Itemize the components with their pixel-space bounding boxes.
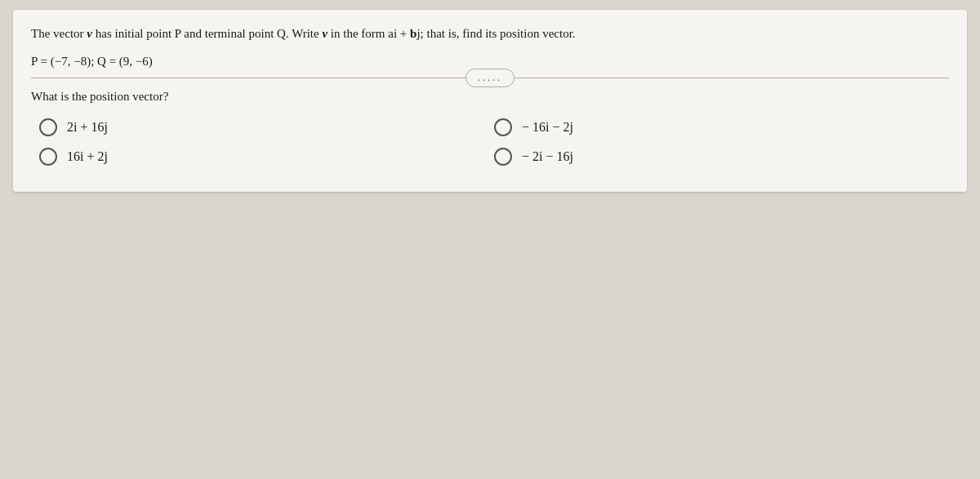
divider-line-left: [31, 78, 490, 78]
statement-text-1: The vector: [31, 27, 87, 40]
statement-text-2: has initial point P and terminal point Q…: [92, 27, 322, 40]
option-b-label: 16i + 2j: [67, 149, 108, 164]
radio-d[interactable]: [494, 148, 512, 166]
v-variable-1: v: [87, 27, 92, 40]
option-b[interactable]: 16i + 2j: [39, 148, 494, 166]
option-c-label: − 16i − 2j: [522, 120, 573, 135]
radio-a[interactable]: [39, 118, 57, 136]
options-grid: 2i + 16j 16i + 2j − 16i − 2j − 2i − 16j: [39, 118, 949, 177]
given-text: P = (−7, −8); Q = (9, −6): [31, 55, 153, 68]
dots-badge: .....: [466, 69, 514, 87]
option-a-label: 2i + 16j: [67, 120, 108, 135]
statement-text-3: in the form ai + bj; that is, find its p…: [327, 27, 575, 40]
problem-statement: The vector v has initial point P and ter…: [31, 24, 949, 43]
option-a[interactable]: 2i + 16j: [39, 118, 494, 136]
options-left-column: 2i + 16j 16i + 2j: [39, 118, 494, 177]
options-right-column: − 16i − 2j − 2i − 16j: [494, 118, 949, 177]
option-d-label: − 2i − 16j: [522, 149, 573, 164]
radio-c[interactable]: [494, 118, 512, 136]
divider-line-right: [490, 78, 949, 78]
question-label: What is the position vector?: [31, 90, 949, 104]
question-card: The vector v has initial point P and ter…: [13, 10, 967, 192]
divider-row: .....: [31, 78, 949, 78]
dots-text: .....: [478, 72, 502, 83]
radio-b[interactable]: [39, 148, 57, 166]
option-d[interactable]: − 2i − 16j: [494, 148, 949, 166]
option-c[interactable]: − 16i − 2j: [494, 118, 949, 136]
